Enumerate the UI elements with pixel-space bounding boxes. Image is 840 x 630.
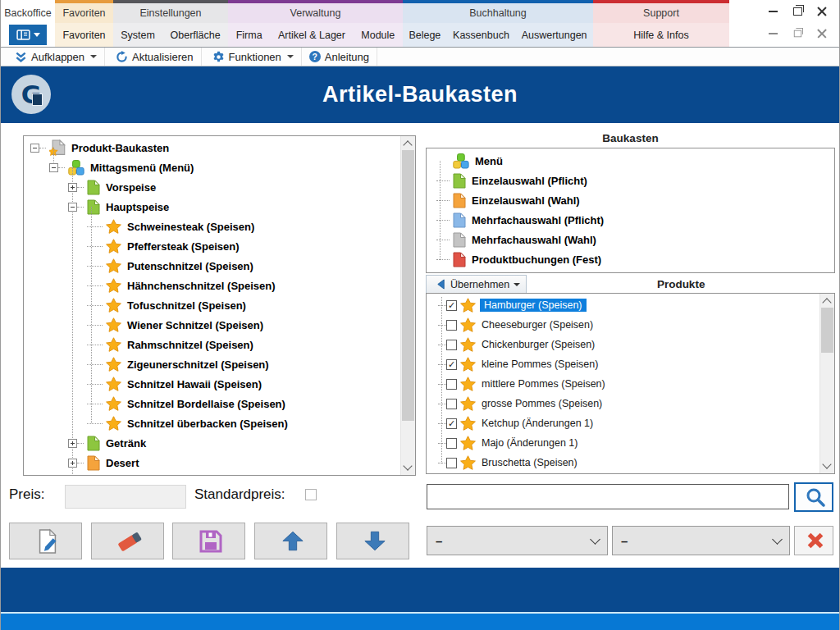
tree-item[interactable]: Rahmschnitzel (Speisen) [24,335,401,354]
tab-favoriten[interactable]: Favoriten [59,30,108,41]
checkbox-unchecked[interactable] [446,320,457,331]
product-row[interactable]: mittlere Pommes (Speisen) [427,374,820,394]
minimize-button[interactable] [760,0,785,23]
tree-item[interactable]: Zigeunerschnitzel (Speisen) [24,354,401,374]
search-input[interactable] [427,484,789,509]
collapse-icon[interactable] [68,203,77,212]
close-button[interactable] [810,0,834,23]
tree-item[interactable]: Wiener Schnitzel (Speisen) [24,315,401,335]
checkbox-unchecked[interactable] [446,458,457,468]
tab-belege[interactable]: Belege [405,30,444,41]
expand-icon[interactable] [68,183,77,192]
tab-firma[interactable]: Firma [233,30,266,41]
tab-system[interactable]: System [117,30,158,41]
toolbar-aktualisieren-button[interactable]: Aktualisieren [105,48,201,66]
tab-kassenbuch[interactable]: Kassenbuch [450,30,513,41]
ribbon-tab-buchhaltung[interactable]: Buchhaltung [403,3,593,23]
apply-button[interactable]: Übernehmen [426,275,527,294]
tree-item[interactable]: Pfeffersteak (Speisen) [24,236,401,256]
tree-item[interactable]: Mittagsmenü (Menü) [24,158,401,177]
product-row[interactable]: Cheeseburger (Speisen) [427,315,820,335]
page-blue-icon [453,212,466,228]
tree-item[interactable]: Getränk [24,433,401,453]
baukasten-item[interactable]: Mehrfachauswahl (Pflicht) [427,210,834,230]
toolbar-aufklappen-button[interactable]: Aufklappen [4,48,105,66]
product-row[interactable]: ✓Ketchup (Änderungen 1) [427,413,820,433]
produkte-scrollbar[interactable] [819,294,834,473]
baukasten-item[interactable]: Menü [427,151,834,171]
new-item-button[interactable] [9,523,82,559]
tree-item[interactable]: Schnitzel überbacken (Speisen) [24,413,401,433]
search-button[interactable] [794,482,833,512]
baukasten-item[interactable]: Einzelauswahl (Wahl) [427,190,834,210]
tree-item[interactable]: Desert [24,453,401,472]
tab-hilfe-&-infos[interactable]: Hilfe & Infos [630,30,692,41]
restore-button[interactable] [785,0,810,23]
ribbon-tab-einstellungen[interactable]: Einstellungen [113,3,228,23]
checkbox-unchecked[interactable] [446,340,457,350]
tree-item[interactable]: Putenschnitzel (Speisen) [24,256,401,276]
tree-item[interactable]: Schweinesteak (Speisen) [24,217,401,236]
restore-child-button[interactable] [785,23,810,44]
main-content: Produkt-BaukastenMittagsmenü (Menü)Vorsp… [1,123,839,563]
checkbox-checked[interactable]: ✓ [446,300,457,311]
tab-artikel-&-lager[interactable]: Artikel & Lager [275,30,349,41]
move-up-button[interactable] [254,523,327,559]
filter-dropdown-2[interactable]: – [612,526,790,555]
ribbon-tab-support[interactable]: Support [593,3,729,23]
product-row[interactable]: grosse Pommes (Speisen) [427,394,820,413]
tree-item-partial[interactable] [24,472,401,476]
collapse-icon[interactable] [30,144,39,153]
tree-item-label: Putenschnitzel (Speisen) [127,260,253,272]
minimize-icon [769,33,778,34]
preis-input[interactable] [65,485,186,509]
scroll-up-icon[interactable] [401,137,414,150]
checkbox-checked[interactable]: ✓ [446,359,457,370]
toolbar-anleitung-button[interactable]: ?Anleitung [302,48,377,66]
product-row[interactable]: Bruschetta (Speisen) [427,453,820,472]
expand-icon[interactable] [68,459,77,468]
scroll-down-icon[interactable] [401,461,414,474]
tree-item[interactable]: Hauptspeise [24,197,401,217]
filter-dropdown-1[interactable]: – [427,526,608,555]
expand-icon[interactable] [68,439,77,448]
tree-item[interactable]: Vorspeise [24,177,401,197]
delete-button[interactable] [794,526,833,555]
scrollbar-thumb[interactable] [402,150,414,421]
close-child-button[interactable] [810,23,834,44]
baukasten-item[interactable]: Produktbuchungen (Fest) [427,249,834,269]
tree-item[interactable]: Schnitzel Bordellaise (Speisen) [24,394,401,413]
tree-scrollbar[interactable] [400,136,415,475]
product-row[interactable]: Majo (Änderungen 1) [427,433,820,453]
standardpreis-checkbox[interactable] [305,489,317,500]
checkbox-unchecked[interactable] [446,438,457,449]
checkbox-unchecked[interactable] [446,379,457,390]
scroll-up-icon[interactable] [820,294,833,308]
tree-item[interactable]: Hähnchenschnitzel (Speisen) [24,276,401,295]
tree-item[interactable]: Tofuschnitzel (Speisen) [24,295,401,315]
ribbon-tab-verwaltung[interactable]: Verwaltung [228,3,403,23]
tab-auswertungen[interactable]: Auswertungen [518,30,591,41]
ribbon-tab-favoriten[interactable]: Favoriten [55,3,113,23]
nav-menu-button[interactable] [9,25,47,45]
product-row[interactable]: ✓Hamburger (Speisen) [427,295,820,315]
minimize-child-button[interactable] [760,23,785,44]
product-row[interactable]: ✓kleine Pommes (Speisen) [427,354,820,374]
baukasten-item[interactable]: Mehrfachauswahl (Wahl) [427,230,834,249]
move-down-button[interactable] [336,523,409,559]
tree-item[interactable]: Produkt-Baukasten [24,138,401,158]
tab-module[interactable]: Module [358,30,398,41]
baukasten-item[interactable]: Einzelauswahl (Pflicht) [427,171,834,190]
scrollbar-thumb[interactable] [821,308,833,353]
product-row[interactable]: Chickenburger (Speisen) [427,335,820,354]
toolbar-funktionen-button[interactable]: Funktionen [202,48,302,66]
save-button[interactable] [172,523,245,559]
collapse-icon[interactable] [49,163,58,172]
ribbon-tab-backoffice[interactable]: Backoffice [1,3,55,23]
checkbox-unchecked[interactable] [446,399,457,409]
checkbox-checked[interactable]: ✓ [446,418,457,429]
tree-item[interactable]: Schnitzel Hawaii (Speisen) [24,374,401,394]
tab-oberfläche[interactable]: Oberfläche [167,30,224,41]
erase-button[interactable] [91,523,164,559]
scroll-down-icon[interactable] [820,459,833,472]
